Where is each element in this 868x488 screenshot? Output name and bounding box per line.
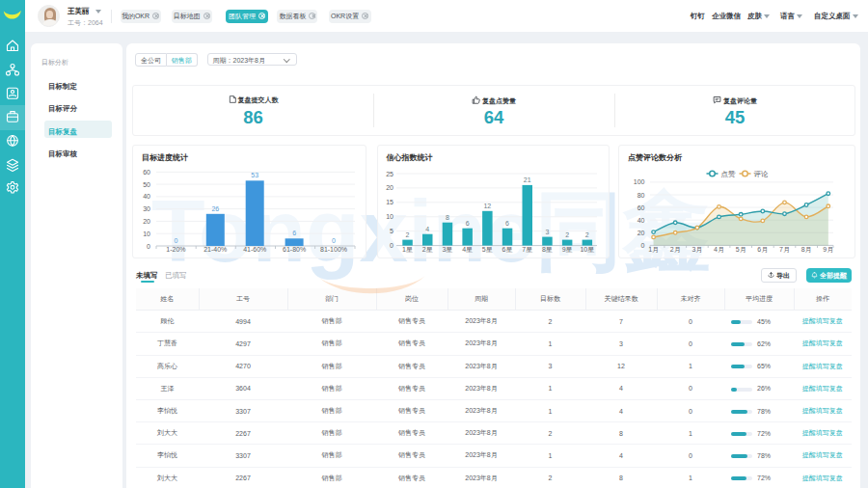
svg-text:4月: 4月 [714, 246, 724, 254]
svg-text:7月: 7月 [779, 246, 790, 254]
svg-text:2: 2 [565, 231, 569, 238]
svg-text:50: 50 [143, 181, 150, 188]
svg-text:1星: 1星 [402, 246, 413, 253]
svg-text:20: 20 [386, 184, 393, 191]
svg-text:30: 30 [143, 205, 150, 212]
svg-text:40: 40 [143, 193, 150, 200]
svg-text:81-100%: 81-100% [320, 246, 347, 253]
svg-text:评论: 评论 [754, 170, 770, 178]
svg-text:20: 20 [637, 230, 645, 236]
svg-text:61-80%: 61-80% [283, 246, 306, 253]
svg-text:60: 60 [143, 169, 150, 176]
svg-text:点赞: 点赞 [721, 170, 737, 178]
svg-text:0: 0 [147, 243, 150, 250]
svg-text:2: 2 [584, 231, 588, 238]
svg-text:6: 6 [465, 220, 469, 227]
svg-text:0: 0 [332, 237, 336, 244]
svg-text:2: 2 [405, 231, 409, 238]
svg-text:41-60%: 41-60% [243, 246, 266, 253]
svg-text:6: 6 [292, 230, 296, 236]
svg-text:60: 60 [637, 204, 645, 211]
svg-text:5月: 5月 [736, 246, 746, 254]
svg-text:25: 25 [386, 171, 393, 177]
svg-text:3月: 3月 [692, 246, 702, 254]
svg-text:100: 100 [634, 178, 645, 185]
svg-text:1月: 1月 [648, 246, 659, 254]
svg-text:2月: 2月 [670, 246, 681, 254]
svg-text:0: 0 [174, 237, 177, 244]
svg-text:80: 80 [637, 192, 645, 199]
svg-text:6星: 6星 [502, 246, 512, 253]
svg-text:0: 0 [641, 242, 645, 249]
svg-text:21: 21 [523, 176, 530, 183]
svg-text:40: 40 [637, 217, 645, 224]
svg-text:5星: 5星 [481, 246, 492, 253]
svg-text:12: 12 [483, 203, 491, 209]
svg-text:5: 5 [390, 228, 393, 234]
svg-text:20: 20 [143, 218, 150, 225]
svg-text:15: 15 [386, 199, 393, 205]
svg-text:26: 26 [211, 205, 219, 212]
svg-text:9月: 9月 [823, 246, 833, 254]
svg-text:21-40%: 21-40% [203, 246, 227, 253]
svg-text:2星: 2星 [421, 246, 432, 253]
svg-text:0: 0 [390, 242, 393, 249]
svg-text:1-20%: 1-20% [166, 246, 185, 253]
svg-text:8: 8 [445, 214, 448, 221]
svg-text:9星: 9星 [561, 246, 572, 253]
svg-text:10: 10 [143, 230, 150, 237]
svg-text:3: 3 [545, 229, 549, 235]
svg-text:8月: 8月 [801, 246, 812, 254]
svg-text:4星: 4星 [462, 246, 473, 253]
svg-text:6: 6 [505, 220, 509, 227]
svg-text:8星: 8星 [541, 246, 552, 253]
svg-text:3星: 3星 [442, 246, 452, 253]
svg-text:6月: 6月 [757, 246, 768, 254]
svg-text:4: 4 [425, 226, 429, 232]
svg-text:10星: 10星 [580, 246, 594, 253]
svg-text:7星: 7星 [522, 246, 532, 253]
svg-text:53: 53 [251, 172, 258, 178]
svg-text:10: 10 [386, 213, 393, 220]
